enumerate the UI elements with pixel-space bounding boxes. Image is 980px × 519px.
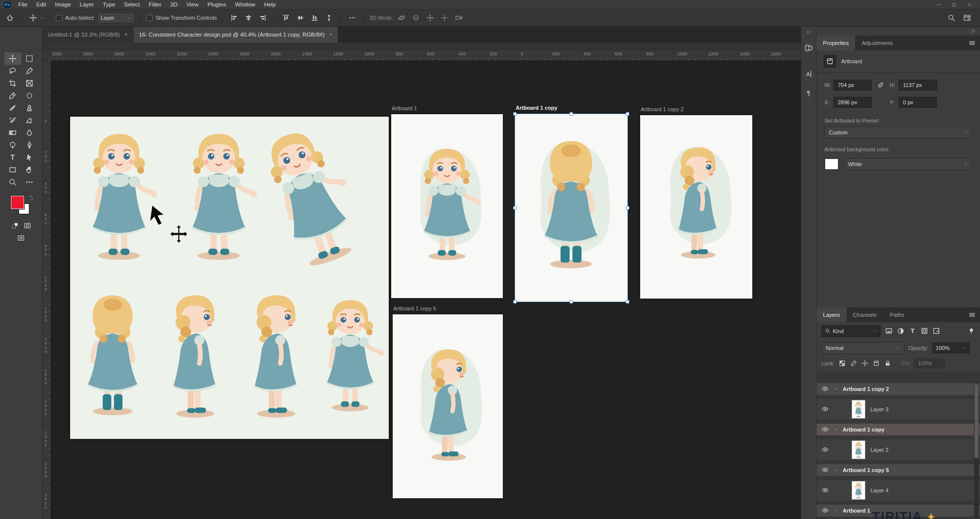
frame-tool[interactable] bbox=[21, 77, 38, 89]
swap-colors-icon[interactable] bbox=[29, 195, 34, 201]
screen-mode-icon[interactable] bbox=[17, 234, 25, 242]
eye-icon[interactable] bbox=[820, 426, 830, 433]
lock-pixels-icon[interactable] bbox=[850, 360, 857, 367]
more-tools-tool[interactable] bbox=[21, 176, 38, 188]
eye-icon[interactable] bbox=[820, 405, 830, 413]
shape-tool[interactable] bbox=[4, 164, 21, 176]
panel-menu-icon[interactable] bbox=[968, 36, 980, 50]
history-brush-tool[interactable] bbox=[4, 114, 21, 127]
artboard-1-copy-2[interactable] bbox=[640, 115, 752, 299]
menu-file[interactable]: File bbox=[14, 1, 32, 7]
selection-handle[interactable] bbox=[513, 300, 517, 303]
eye-icon[interactable] bbox=[820, 385, 830, 392]
filter-smart-objects-icon[interactable] bbox=[933, 327, 940, 335]
character-reference-sheet[interactable] bbox=[70, 117, 389, 439]
artboard-label[interactable]: Artboard 1 copy 5 bbox=[393, 305, 436, 311]
3d-orbit-icon[interactable] bbox=[396, 12, 408, 24]
width-field[interactable]: 704 px bbox=[833, 80, 872, 90]
distribute-middle-icon[interactable] bbox=[294, 12, 306, 24]
document-tab[interactable]: Untitled-1 @ 33.3% (RGB/8)× bbox=[42, 27, 133, 43]
menu-type[interactable]: Type bbox=[98, 1, 120, 7]
filter-type-layers-icon[interactable]: T bbox=[909, 327, 916, 335]
lock-artboard-icon[interactable] bbox=[873, 360, 880, 367]
healing-tool[interactable] bbox=[21, 89, 38, 102]
menu-window[interactable]: Window bbox=[231, 1, 260, 7]
eye-icon[interactable] bbox=[820, 446, 830, 453]
artboard-label-selected[interactable]: Artboard 1 copy bbox=[516, 105, 557, 111]
selection-handle[interactable] bbox=[626, 300, 629, 303]
layer-row[interactable]: Layer 3 bbox=[817, 399, 980, 420]
layer-row-artboard[interactable]: Artboard 1 copy 2 bbox=[817, 383, 980, 395]
menu-image[interactable]: Image bbox=[50, 1, 75, 7]
menu-help[interactable]: Help bbox=[260, 1, 281, 7]
layer-thumbnail[interactable] bbox=[852, 400, 865, 419]
lock-position-icon[interactable] bbox=[861, 360, 868, 367]
artboard-preset-select[interactable]: Custom bbox=[824, 127, 972, 138]
layer-thumbnail[interactable] bbox=[852, 481, 865, 500]
artboard-1[interactable] bbox=[391, 114, 503, 298]
tab-properties[interactable]: Properties bbox=[817, 36, 855, 50]
dodge-tool[interactable] bbox=[4, 139, 21, 151]
distribute-vertical-icon[interactable] bbox=[323, 12, 335, 24]
tab-layers[interactable]: Layers bbox=[817, 307, 847, 322]
crop-tool[interactable] bbox=[4, 77, 21, 89]
lasso-tool[interactable] bbox=[4, 65, 21, 77]
close-icon[interactable] bbox=[967, 2, 972, 7]
align-left-icon[interactable] bbox=[228, 12, 240, 24]
selection-handle[interactable] bbox=[570, 112, 573, 116]
align-center-icon[interactable] bbox=[243, 12, 254, 24]
eye-icon[interactable] bbox=[820, 486, 830, 494]
layer-row[interactable]: Layer 4 bbox=[817, 480, 980, 501]
menu-3d[interactable]: 3D bbox=[166, 1, 182, 7]
height-field[interactable]: 1137 px bbox=[898, 80, 937, 90]
artboard-bg-select[interactable]: White bbox=[844, 158, 972, 170]
show-transform-checkbox[interactable]: Show Transform Controls bbox=[146, 15, 217, 21]
eyedropper-tool[interactable] bbox=[4, 89, 21, 102]
artboard-1-copy[interactable] bbox=[515, 114, 627, 302]
eraser-tool[interactable] bbox=[21, 114, 38, 127]
canvas[interactable]: Artboard 1 Artboard 1 copy Artboard 1 co… bbox=[51, 61, 801, 519]
home-icon[interactable] bbox=[4, 12, 16, 24]
opacity-field[interactable]: 100% bbox=[932, 343, 970, 353]
search-icon[interactable] bbox=[947, 14, 955, 22]
marquee-tool[interactable] bbox=[21, 52, 38, 65]
selection-handle[interactable] bbox=[626, 112, 629, 116]
filter-shape-layers-icon[interactable] bbox=[921, 327, 928, 335]
lock-all-icon[interactable] bbox=[884, 360, 891, 367]
tab-close-icon[interactable]: × bbox=[124, 31, 127, 38]
expand-panels-icon[interactable] bbox=[970, 28, 976, 34]
lock-transparency-icon[interactable] bbox=[839, 360, 846, 367]
foreground-color-swatch[interactable] bbox=[10, 195, 25, 210]
distribute-top-icon[interactable] bbox=[280, 12, 292, 24]
color-swatches[interactable] bbox=[8, 195, 34, 217]
chevron-down-icon[interactable] bbox=[834, 427, 839, 432]
distribute-bottom-icon[interactable] bbox=[309, 12, 321, 24]
auto-select-checkbox[interactable]: Auto-Select: bbox=[56, 15, 95, 21]
stamp-tool[interactable] bbox=[21, 102, 38, 114]
path-select-tool[interactable] bbox=[21, 151, 38, 164]
history-panel-icon[interactable] bbox=[803, 42, 815, 54]
menu-plugins[interactable]: Plugins bbox=[203, 1, 231, 7]
chevron-down-icon[interactable] bbox=[834, 508, 839, 513]
chevron-down-icon[interactable] bbox=[834, 387, 839, 391]
x-field[interactable]: 2896 px bbox=[833, 97, 872, 108]
brush-tool[interactable] bbox=[4, 102, 21, 114]
selection-handle[interactable] bbox=[570, 300, 573, 303]
tab-channels[interactable]: Channels bbox=[847, 307, 884, 322]
3d-slide-icon[interactable] bbox=[439, 12, 450, 24]
y-field[interactable]: 0 px bbox=[898, 97, 937, 108]
layer-thumbnail[interactable] bbox=[852, 440, 865, 459]
fill-field[interactable]: 100% bbox=[914, 358, 945, 368]
3d-camera-icon[interactable] bbox=[453, 12, 465, 24]
artboard-bg-swatch[interactable] bbox=[824, 158, 839, 170]
layer-row-artboard[interactable]: Artboard 1 copy bbox=[817, 424, 980, 435]
move-tool[interactable] bbox=[4, 52, 21, 65]
auto-select-target-dropdown[interactable]: Layer bbox=[97, 12, 135, 23]
artboard-1-copy-5[interactable] bbox=[393, 314, 503, 498]
restore-icon[interactable] bbox=[951, 2, 957, 7]
selection-handle[interactable] bbox=[513, 112, 517, 116]
tab-paths[interactable]: Paths bbox=[883, 307, 910, 322]
default-colors-icon[interactable] bbox=[11, 222, 19, 229]
blend-mode-select[interactable]: Normal bbox=[821, 342, 904, 354]
collapse-panels-icon[interactable] bbox=[806, 29, 812, 35]
